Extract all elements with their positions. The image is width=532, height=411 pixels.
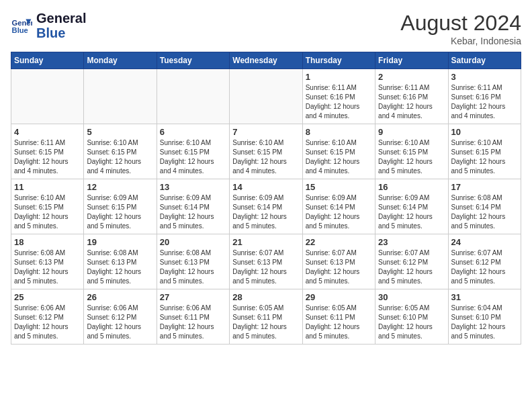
day-number: 29 <box>306 292 372 302</box>
day-number: 10 <box>451 127 518 137</box>
day-info: Sunrise: 6:11 AM Sunset: 6:15 PM Dayligh… <box>14 138 81 176</box>
calendar-cell: 11Sunrise: 6:10 AM Sunset: 6:15 PM Dayli… <box>11 179 84 234</box>
weekday-header-tuesday: Tuesday <box>157 52 229 69</box>
day-info: Sunrise: 6:09 AM Sunset: 6:14 PM Dayligh… <box>232 193 299 231</box>
day-number: 9 <box>378 127 445 137</box>
calendar-cell: 17Sunrise: 6:08 AM Sunset: 6:14 PM Dayli… <box>448 179 521 234</box>
day-info: Sunrise: 6:05 AM Sunset: 6:10 PM Dayligh… <box>378 304 445 341</box>
day-info: Sunrise: 6:07 AM Sunset: 6:13 PM Dayligh… <box>306 248 372 286</box>
calendar-cell: 6Sunrise: 6:10 AM Sunset: 6:15 PM Daylig… <box>157 124 229 179</box>
day-number: 24 <box>451 237 518 247</box>
day-info: Sunrise: 6:06 AM Sunset: 6:11 PM Dayligh… <box>160 304 226 341</box>
day-info: Sunrise: 6:10 AM Sunset: 6:15 PM Dayligh… <box>232 138 299 176</box>
day-info: Sunrise: 6:08 AM Sunset: 6:13 PM Dayligh… <box>14 248 81 286</box>
calendar-cell: 24Sunrise: 6:07 AM Sunset: 6:12 PM Dayli… <box>448 234 521 289</box>
day-info: Sunrise: 6:05 AM Sunset: 6:11 PM Dayligh… <box>306 304 372 341</box>
weekday-header-sunday: Sunday <box>11 52 84 69</box>
calendar-table: SundayMondayTuesdayWednesdayThursdayFrid… <box>11 52 521 345</box>
day-number: 14 <box>232 182 299 192</box>
day-info: Sunrise: 6:09 AM Sunset: 6:15 PM Dayligh… <box>87 193 153 231</box>
calendar-cell <box>230 69 302 124</box>
day-number: 22 <box>306 237 372 247</box>
calendar-week-5: 25Sunrise: 6:06 AM Sunset: 6:12 PM Dayli… <box>11 289 521 345</box>
calendar-cell: 19Sunrise: 6:08 AM Sunset: 6:13 PM Dayli… <box>84 234 157 289</box>
calendar-cell: 12Sunrise: 6:09 AM Sunset: 6:15 PM Dayli… <box>84 179 157 234</box>
day-info: Sunrise: 6:05 AM Sunset: 6:11 PM Dayligh… <box>232 304 299 341</box>
calendar-cell: 27Sunrise: 6:06 AM Sunset: 6:11 PM Dayli… <box>157 289 229 345</box>
calendar-cell: 22Sunrise: 6:07 AM Sunset: 6:13 PM Dayli… <box>302 234 375 289</box>
day-info: Sunrise: 6:11 AM Sunset: 6:16 PM Dayligh… <box>306 83 372 121</box>
calendar-cell: 23Sunrise: 6:07 AM Sunset: 6:12 PM Dayli… <box>375 234 448 289</box>
calendar-cell: 18Sunrise: 6:08 AM Sunset: 6:13 PM Dayli… <box>11 234 84 289</box>
day-number: 21 <box>232 237 299 247</box>
day-info: Sunrise: 6:07 AM Sunset: 6:12 PM Dayligh… <box>378 248 445 286</box>
calendar-cell: 28Sunrise: 6:05 AM Sunset: 6:11 PM Dayli… <box>230 289 302 345</box>
calendar-cell: 30Sunrise: 6:05 AM Sunset: 6:10 PM Dayli… <box>375 289 448 345</box>
day-info: Sunrise: 6:11 AM Sunset: 6:16 PM Dayligh… <box>378 83 445 121</box>
day-number: 20 <box>160 237 226 247</box>
calendar-cell: 10Sunrise: 6:10 AM Sunset: 6:15 PM Dayli… <box>448 124 521 179</box>
calendar-cell: 1Sunrise: 6:11 AM Sunset: 6:16 PM Daylig… <box>302 69 375 124</box>
day-number: 5 <box>87 127 153 137</box>
calendar-week-2: 4Sunrise: 6:11 AM Sunset: 6:15 PM Daylig… <box>11 124 521 179</box>
calendar-cell: 21Sunrise: 6:07 AM Sunset: 6:13 PM Dayli… <box>230 234 302 289</box>
weekday-header-thursday: Thursday <box>302 52 375 69</box>
day-number: 13 <box>160 182 226 192</box>
calendar-cell <box>84 69 157 124</box>
calendar-cell: 31Sunrise: 6:04 AM Sunset: 6:10 PM Dayli… <box>448 289 521 345</box>
page-header: General Blue General Blue August 2024 Ke… <box>11 11 521 46</box>
calendar-cell <box>11 69 84 124</box>
month-year-title: August 2024 <box>400 11 521 36</box>
calendar-week-1: 1Sunrise: 6:11 AM Sunset: 6:16 PM Daylig… <box>11 69 521 124</box>
logo-text: General Blue <box>36 11 86 40</box>
day-info: Sunrise: 6:06 AM Sunset: 6:12 PM Dayligh… <box>14 304 81 341</box>
title-block: August 2024 Kebar, Indonesia <box>400 11 521 46</box>
day-number: 27 <box>160 292 226 302</box>
day-info: Sunrise: 6:10 AM Sunset: 6:15 PM Dayligh… <box>160 138 226 176</box>
calendar-cell: 25Sunrise: 6:06 AM Sunset: 6:12 PM Dayli… <box>11 289 84 345</box>
day-number: 31 <box>451 292 518 302</box>
weekday-header-wednesday: Wednesday <box>230 52 302 69</box>
day-info: Sunrise: 6:10 AM Sunset: 6:15 PM Dayligh… <box>306 138 372 176</box>
day-info: Sunrise: 6:10 AM Sunset: 6:15 PM Dayligh… <box>87 138 153 176</box>
logo-icon: General Blue <box>11 15 32 36</box>
location-subtitle: Kebar, Indonesia <box>400 36 521 46</box>
day-number: 2 <box>378 72 445 82</box>
calendar-cell <box>157 69 229 124</box>
day-info: Sunrise: 6:10 AM Sunset: 6:15 PM Dayligh… <box>14 193 81 231</box>
calendar-cell: 4Sunrise: 6:11 AM Sunset: 6:15 PM Daylig… <box>11 124 84 179</box>
day-info: Sunrise: 6:04 AM Sunset: 6:10 PM Dayligh… <box>451 304 518 341</box>
day-number: 7 <box>232 127 299 137</box>
weekday-header-friday: Friday <box>375 52 448 69</box>
calendar-cell: 29Sunrise: 6:05 AM Sunset: 6:11 PM Dayli… <box>302 289 375 345</box>
day-info: Sunrise: 6:08 AM Sunset: 6:13 PM Dayligh… <box>87 248 153 286</box>
day-info: Sunrise: 6:11 AM Sunset: 6:16 PM Dayligh… <box>451 83 518 121</box>
day-info: Sunrise: 6:10 AM Sunset: 6:15 PM Dayligh… <box>451 138 518 176</box>
day-number: 12 <box>87 182 153 192</box>
day-info: Sunrise: 6:07 AM Sunset: 6:13 PM Dayligh… <box>232 248 299 286</box>
svg-text:Blue: Blue <box>12 26 28 34</box>
weekday-header-saturday: Saturday <box>448 52 521 69</box>
day-number: 19 <box>87 237 153 247</box>
day-number: 28 <box>232 292 299 302</box>
calendar-header-row: SundayMondayTuesdayWednesdayThursdayFrid… <box>11 52 521 69</box>
calendar-cell: 9Sunrise: 6:10 AM Sunset: 6:15 PM Daylig… <box>375 124 448 179</box>
calendar-cell: 13Sunrise: 6:09 AM Sunset: 6:14 PM Dayli… <box>157 179 229 234</box>
calendar-cell: 2Sunrise: 6:11 AM Sunset: 6:16 PM Daylig… <box>375 69 448 124</box>
day-number: 1 <box>306 72 372 82</box>
day-number: 17 <box>451 182 518 192</box>
day-info: Sunrise: 6:06 AM Sunset: 6:12 PM Dayligh… <box>87 304 153 341</box>
day-number: 8 <box>306 127 372 137</box>
day-number: 25 <box>14 292 81 302</box>
day-number: 18 <box>14 237 81 247</box>
calendar-cell: 20Sunrise: 6:08 AM Sunset: 6:13 PM Dayli… <box>157 234 229 289</box>
day-number: 16 <box>378 182 445 192</box>
day-number: 26 <box>87 292 153 302</box>
calendar-cell: 15Sunrise: 6:09 AM Sunset: 6:14 PM Dayli… <box>302 179 375 234</box>
calendar-cell: 14Sunrise: 6:09 AM Sunset: 6:14 PM Dayli… <box>230 179 302 234</box>
day-info: Sunrise: 6:09 AM Sunset: 6:14 PM Dayligh… <box>306 193 372 231</box>
calendar-cell: 3Sunrise: 6:11 AM Sunset: 6:16 PM Daylig… <box>448 69 521 124</box>
day-number: 11 <box>14 182 81 192</box>
day-info: Sunrise: 6:10 AM Sunset: 6:15 PM Dayligh… <box>378 138 445 176</box>
day-info: Sunrise: 6:08 AM Sunset: 6:14 PM Dayligh… <box>451 193 518 231</box>
